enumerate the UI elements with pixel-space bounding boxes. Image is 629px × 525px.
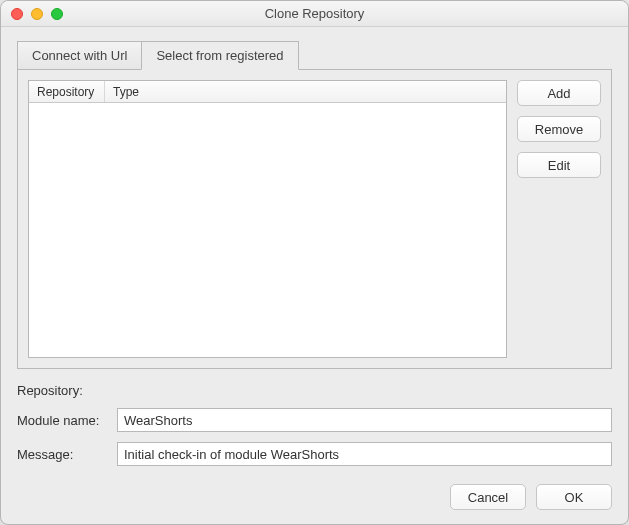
- traffic-lights: [1, 8, 63, 20]
- zoom-icon[interactable]: [51, 8, 63, 20]
- row-repository: Repository:: [17, 383, 612, 398]
- column-repository[interactable]: Repository: [29, 81, 105, 102]
- titlebar: Clone Repository: [1, 1, 628, 27]
- module-name-input[interactable]: [117, 408, 612, 432]
- repository-list[interactable]: Repository Type: [28, 80, 507, 358]
- tab-connect-url[interactable]: Connect with Url: [17, 41, 142, 70]
- close-icon[interactable]: [11, 8, 23, 20]
- remove-button[interactable]: Remove: [517, 116, 601, 142]
- row-module: Module name:: [17, 408, 612, 432]
- module-label: Module name:: [17, 413, 107, 428]
- dialog-window: Clone Repository Connect with Url Select…: [0, 0, 629, 525]
- message-input[interactable]: [117, 442, 612, 466]
- cancel-button[interactable]: Cancel: [450, 484, 526, 510]
- edit-button[interactable]: Edit: [517, 152, 601, 178]
- minimize-icon[interactable]: [31, 8, 43, 20]
- content-area: Connect with Url Select from registered …: [1, 27, 628, 524]
- window-title: Clone Repository: [1, 6, 628, 21]
- dialog-footer: Cancel OK: [17, 466, 612, 510]
- ok-button[interactable]: OK: [536, 484, 612, 510]
- row-message: Message:: [17, 442, 612, 466]
- side-buttons: Add Remove Edit: [517, 80, 601, 358]
- repository-label: Repository:: [17, 383, 83, 398]
- list-header: Repository Type: [29, 81, 506, 103]
- form-rows: Repository: Module name: Message:: [17, 383, 612, 466]
- add-button[interactable]: Add: [517, 80, 601, 106]
- column-type[interactable]: Type: [105, 81, 506, 102]
- tabbar: Connect with Url Select from registered: [17, 41, 612, 70]
- tab-select-registered[interactable]: Select from registered: [141, 41, 298, 70]
- tab-panel: Repository Type Add Remove Edit: [17, 69, 612, 369]
- list-body[interactable]: [29, 103, 506, 357]
- message-label: Message:: [17, 447, 107, 462]
